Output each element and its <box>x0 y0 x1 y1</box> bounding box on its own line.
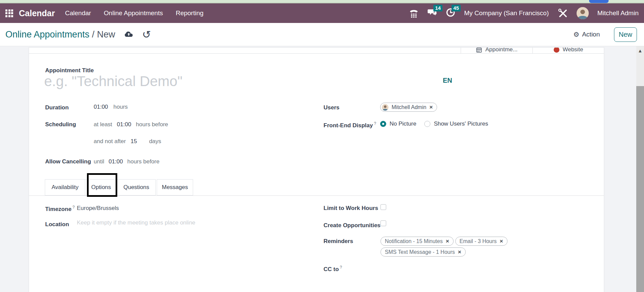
timezone-field: Europe/Brussels <box>77 205 119 212</box>
browser-artifact <box>589 0 609 3</box>
reminders-field: Notification - 15 Minutes × Email - 3 Ho… <box>380 237 525 257</box>
appointments-stat-button[interactable]: Appointme... <box>461 48 532 54</box>
radio-show-users-pictures-label[interactable]: Show Users' Pictures <box>434 121 488 127</box>
control-panel-right: ⚙ Action New <box>573 27 637 42</box>
location-input[interactable] <box>77 219 239 226</box>
reminders-label: Reminders <box>324 238 353 245</box>
voip-phone-icon[interactable] <box>409 8 419 18</box>
scheduling-max-prefix: and not after <box>94 138 126 145</box>
reminder-tag-name: SMS Text Message - 1 Hours <box>385 249 455 255</box>
notebook-tabs: Availability Options Questions Messages <box>45 179 193 195</box>
menu-calendar[interactable]: Calendar <box>65 9 91 17</box>
create-opportunities-checkbox[interactable] <box>380 220 386 226</box>
timezone-label: Timezone? <box>45 205 75 213</box>
breadcrumb-separator: / <box>92 29 95 39</box>
app-brand[interactable]: Calendar <box>19 8 55 18</box>
remove-tag-icon[interactable]: × <box>458 249 461 255</box>
navbar-left: Calendar Calendar Online Appointments Re… <box>5 8 204 18</box>
location-label: Location <box>45 221 69 228</box>
remove-tag-icon[interactable]: × <box>429 104 433 110</box>
scheduling-label: Scheduling <box>45 121 76 128</box>
radio-no-picture[interactable] <box>380 121 386 127</box>
help-icon: ? <box>374 121 376 126</box>
tab-questions[interactable]: Questions <box>117 179 156 195</box>
form-sheet: Appointme... Website Appointment Title E… <box>29 47 604 292</box>
scrollbar-thumb[interactable] <box>636 86 644 292</box>
appointment-title-input[interactable] <box>44 73 320 89</box>
scheduling-max-suffix: days <box>149 138 161 145</box>
action-label: Action <box>582 31 600 38</box>
users-field: Mitchell Admin × <box>380 103 437 112</box>
remove-tag-icon[interactable]: × <box>500 238 503 244</box>
radio-no-picture-label[interactable]: No Picture <box>390 121 416 127</box>
scheduling-max-field: and not after 15 days <box>94 138 161 145</box>
reminder-tag-name: Notification - 15 Minutes <box>385 238 443 244</box>
reminder-tag[interactable]: SMS Text Message - 1 Hours × <box>380 247 466 257</box>
tab-options[interactable]: Options <box>85 179 117 195</box>
front-end-display-field: No Picture Show Users' Pictures <box>380 121 488 127</box>
breadcrumb-current: New <box>97 29 115 39</box>
save-record-icon[interactable] <box>124 30 133 39</box>
allow-cancelling-suffix: hours before <box>127 158 159 165</box>
messages-icon[interactable]: 14 <box>428 8 437 19</box>
apps-menu-icon[interactable] <box>5 9 13 17</box>
scrollbar[interactable]: ▲ <box>636 46 644 292</box>
scheduling-min-field: at least 01:00 hours before <box>94 121 168 128</box>
browser-top-strip <box>0 0 644 3</box>
radio-show-users-pictures[interactable] <box>424 121 430 127</box>
help-icon: ? <box>340 265 342 270</box>
action-menu-button[interactable]: ⚙ Action <box>573 30 600 38</box>
top-navbar: Calendar Calendar Online Appointments Re… <box>0 3 644 23</box>
duration-field: 01:00 hours <box>94 104 128 110</box>
tab-availability[interactable]: Availability <box>45 179 85 195</box>
user-tag-name: Mitchell Admin <box>392 104 426 110</box>
scheduling-min-suffix: hours before <box>136 121 168 128</box>
tabs-divider <box>29 195 604 196</box>
new-button[interactable]: New <box>614 27 637 42</box>
stat-button-label: Website <box>562 48 583 53</box>
developer-tools-icon[interactable] <box>558 8 568 18</box>
menu-online-appointments[interactable]: Online Appointments <box>104 9 163 17</box>
duration-value[interactable]: 01:00 <box>94 104 108 110</box>
calendar-icon <box>476 48 482 53</box>
activities-icon[interactable]: 45 <box>446 8 455 19</box>
help-icon: ? <box>72 205 75 210</box>
menu-reporting[interactable]: Reporting <box>176 9 203 17</box>
activities-badge: 45 <box>452 5 461 11</box>
front-end-display-label: Front-End Display? <box>324 121 376 129</box>
users-label: Users <box>324 104 339 111</box>
allow-cancelling-label: Allow Cancelling <box>45 158 91 165</box>
scheduling-min-value[interactable]: 01:00 <box>117 121 131 128</box>
globe-icon <box>554 48 559 53</box>
navbar-menus: Calendar Online Appointments Reporting <box>65 9 204 17</box>
language-badge[interactable]: EN <box>443 77 452 84</box>
allow-cancelling-field: until 01:00 hours before <box>94 158 159 165</box>
scheduling-max-value[interactable]: 15 <box>130 138 137 145</box>
stat-button-label: Appointme... <box>485 48 517 53</box>
remove-tag-icon[interactable]: × <box>446 238 449 244</box>
screen: Calendar Calendar Online Appointments Re… <box>0 0 644 292</box>
breadcrumb-parent-link[interactable]: Online Appointments <box>5 29 89 39</box>
tab-messages[interactable]: Messages <box>157 179 193 195</box>
website-stat-button[interactable]: Website <box>532 48 604 54</box>
user-tag[interactable]: Mitchell Admin × <box>380 103 437 112</box>
user-tag-avatar <box>382 104 389 111</box>
user-avatar[interactable] <box>577 7 589 19</box>
user-menu[interactable]: Mitchell Admin <box>597 9 639 17</box>
scrollbar-up-arrow[interactable]: ▲ <box>636 49 644 53</box>
scheduling-min-prefix: at least <box>94 121 112 128</box>
breadcrumb: Online Appointments / New ↺ <box>5 29 151 40</box>
timezone-value[interactable]: Europe/Brussels <box>77 205 119 212</box>
location-field <box>77 219 239 226</box>
reminder-tag[interactable]: Notification - 15 Minutes × <box>380 237 454 246</box>
limit-work-hours-checkbox[interactable] <box>380 204 386 210</box>
appointment-title-label: Appointment Title <box>45 67 94 74</box>
duration-unit: hours <box>114 104 128 110</box>
allow-cancelling-value[interactable]: 01:00 <box>109 158 123 165</box>
reminder-tag[interactable]: Email - 3 Hours × <box>455 237 508 246</box>
limit-work-hours-label: Limit to Work Hours <box>324 205 378 212</box>
company-switcher[interactable]: My Company (San Francisco) <box>464 9 549 17</box>
discard-changes-icon[interactable]: ↺ <box>142 29 151 40</box>
create-opportunities-label: Create Opportunities? <box>324 221 384 229</box>
stat-button-strip: Appointme... Website <box>29 48 604 54</box>
